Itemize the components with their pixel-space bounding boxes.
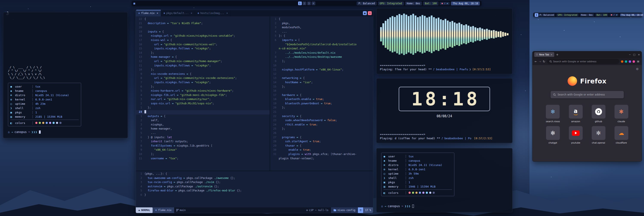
amazon-a-logo: a	[574, 108, 578, 115]
shell-prompt[interactable]: ⌂ → canopus ~ ❯❯❯	[381, 204, 508, 208]
volume-icon[interactable]: ♪	[614, 14, 615, 16]
terminal-fetch-secondary[interactable]: ●usertux◆hnamecanopus❄distroNixOS 24.11 …	[376, 148, 512, 212]
code-line: 14 };	[136, 51, 270, 55]
buffer-close-button[interactable]: ×	[368, 11, 372, 15]
line-number: 5	[136, 189, 144, 193]
address-input[interactable]	[553, 60, 617, 63]
shortcut-search-nixos[interactable]: ❄search.nixos	[546, 105, 560, 123]
editor-pane-flake[interactable]: 22{21 description = "tux's NixOS Flake";…	[136, 16, 270, 171]
personalize-gear-icon[interactable]: ⚙	[636, 67, 638, 71]
neovim-editor[interactable]: ❄flake.nix×❄pkgs/default...×❄hosts/isoIm…	[136, 10, 373, 213]
terminal-fastfetch[interactable]: / \ ___ / \ / \ / / ^ \/ _ \/ ^ / ^ \/ \…	[3, 12, 128, 138]
record-icon[interactable]: ●	[442, 2, 443, 5]
gpu-widget[interactable]: GPU: Integrated	[556, 14, 578, 16]
line-text: nixpkgs-f2k.url = "github:moni-dz/nixpkg…	[144, 93, 227, 98]
fetch-label: user	[15, 85, 22, 88]
line-text: hardware = {	[279, 93, 301, 98]
extension-teal[interactable]	[625, 60, 627, 63]
newtab-search-bar[interactable]	[550, 91, 624, 98]
fetch-row-distro: ❄distroNixOS 24.11 (Vicuna)	[10, 93, 79, 97]
gpu-widget[interactable]: GPU: Integrated	[378, 2, 404, 6]
tab-new-tab[interactable]: New Tab ×	[534, 52, 554, 57]
code-line: 27 programs = {	[270, 136, 373, 140]
app-launcher-icon[interactable]: ▦	[134, 2, 135, 5]
menu-icon[interactable]: ≡	[637, 60, 640, 63]
shortcut-chat-openai[interactable]: ✻chat.openai	[592, 126, 606, 144]
firefox-window[interactable]: New Tab × + ─□× ← → ↻ ≡ ⚙ Fir	[532, 51, 642, 162]
line-number: 15	[136, 47, 144, 51]
color-dot	[429, 192, 431, 194]
system-tray[interactable]: ●♪⇄	[610, 14, 618, 16]
extension-pink[interactable]	[632, 60, 635, 63]
shell-prompt[interactable]: ⌂ → canopus ~ ❯❯❯	[8, 130, 123, 134]
reload-button[interactable]: ↻	[543, 60, 545, 63]
power-profile-widget[interactable]: P: Balanced	[538, 14, 555, 16]
line-text: security = {	[279, 114, 301, 119]
shortcut-cloudflare[interactable]: ☁cloudflare	[614, 126, 628, 144]
clock-widget[interactable]: Thu Aug 08, 18:18	[620, 14, 644, 16]
line-text: nixos-hardware.url = "github:nixos/nixos…	[144, 89, 234, 93]
workspace-4[interactable]: 4	[312, 2, 315, 5]
editor-tab-pkgs-default-[interactable]: ❄pkgs/default...×	[161, 10, 195, 16]
shortcut-github[interactable]: github	[592, 105, 606, 123]
tab-close-icon[interactable]: ×	[191, 12, 192, 15]
new-tab-button[interactable]: +	[556, 53, 558, 56]
editor-tab-flake-nix[interactable]: ❄flake.nix×	[136, 10, 161, 16]
minimize-icon[interactable]: ─	[629, 53, 631, 56]
network-icon[interactable]: ⇄	[446, 2, 448, 5]
buffer-pick-button[interactable]: ◉	[363, 11, 367, 15]
ping-widget[interactable]: Home: 6ms	[580, 14, 594, 16]
fetch-label: hname	[15, 89, 24, 92]
editor-pane-pkgs[interactable]: 1{pkgs, ...}: {2 tux-awesome-wm-config =…	[136, 171, 373, 207]
workspace-3[interactable]: 3	[307, 2, 311, 5]
shortcut-claude[interactable]: ✱claude	[614, 105, 628, 123]
line-text: username = "tux";	[144, 157, 178, 161]
tab-close-icon[interactable]: ×	[550, 53, 552, 56]
shortcut-label: chat.openai	[592, 141, 605, 144]
newtab-search-input[interactable]	[558, 93, 621, 96]
battery-widget[interactable]: Bat: 100	[423, 2, 438, 6]
code-line: 2 sops-nix.url = "github:Mic92/sops-nix"…	[136, 102, 270, 106]
tab-close-icon[interactable]: ×	[157, 12, 158, 15]
shortcut-amazon[interactable]: aamazon	[569, 105, 583, 123]
record-icon[interactable]: ●	[611, 14, 612, 16]
extension-orange[interactable]	[621, 60, 623, 63]
network-icon[interactable]: ⇄	[616, 14, 617, 16]
volume-icon[interactable]: ♪	[444, 2, 445, 5]
clock-widget[interactable]: Thu Aug 08, 18:18	[451, 2, 480, 6]
line-text: "x86_64-linux"	[144, 148, 177, 152]
code-line: 12	[270, 72, 373, 77]
code-line: 30 enable = true;	[270, 148, 373, 152]
battery-widget[interactable]: Bat: 100	[595, 14, 608, 16]
back-button[interactable]: ←	[535, 60, 537, 63]
editor-tab-hosts-isoImag-[interactable]: ❄hosts/isoImag...×	[195, 10, 230, 16]
forward-button[interactable]: →	[539, 60, 541, 63]
workspace-1[interactable]: 1	[298, 2, 302, 5]
line-text: {	[144, 17, 146, 22]
code-line: 22{	[136, 17, 270, 22]
editor-pane-iso[interactable]: 1{2 pkgs,3 modulesPath,4 ...5}: {6 impor…	[270, 16, 373, 171]
line-text: inputs = {	[144, 30, 164, 34]
terminal-clock[interactable]: 18:18 08/08/24 =======================> …	[376, 78, 512, 143]
maximize-icon[interactable]: □	[633, 53, 635, 56]
system-tray[interactable]: ●♪⇄	[440, 2, 450, 5]
shortcut-chatgpt[interactable]: ✻chatgpt	[546, 126, 560, 144]
line-text: programs = {	[279, 136, 301, 140]
ping-widget[interactable]: Home: 8ms	[405, 2, 422, 6]
code-line: 4 nixpkgs-f2k.url = "github:moni-dz/nixp…	[136, 93, 270, 98]
line-number: 7	[270, 51, 279, 55]
shortcut-youtube[interactable]: youtube	[569, 126, 583, 144]
workspace-1[interactable]: 1	[535, 13, 538, 17]
now-playing: Playing: d (coffee for your head) ** ♪ b…	[380, 137, 509, 140]
close-icon[interactable]: ×	[638, 53, 640, 56]
nixos-snowflake-icon: ❄	[550, 109, 555, 114]
prompt-host: canopus	[388, 204, 400, 208]
power-profile-widget[interactable]: P: Balanced	[357, 2, 376, 6]
extension-purple[interactable]	[629, 60, 631, 63]
address-bar[interactable]	[547, 59, 620, 64]
terminal-cava[interactable]: =======================> Playing: ffee f…	[376, 8, 512, 74]
tab-close-icon[interactable]: ×	[226, 12, 228, 15]
fetch-value: 6.9.8-zen1	[408, 168, 425, 171]
workspace-2[interactable]: 2	[303, 2, 306, 5]
line-text: plugin thunar-volman];	[279, 157, 314, 161]
